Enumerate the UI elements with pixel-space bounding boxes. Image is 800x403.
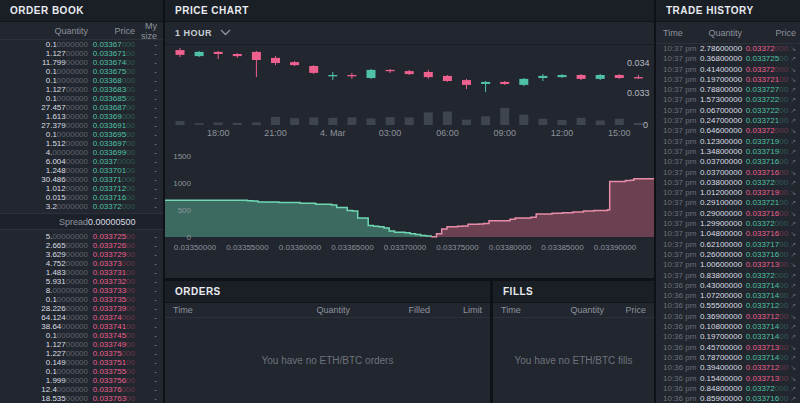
svg-text:0.03350000: 0.03350000	[174, 243, 217, 252]
column-price: Price	[88, 26, 135, 36]
trade-history-row: 10:37 pm1.573000000.03372200↗	[656, 95, 800, 105]
trade-price: 0.03372100↗	[742, 116, 800, 126]
order-book-row[interactable]: 0.149000000.03375100-	[0, 358, 163, 367]
order-book-row[interactable]: 5.931000000.03373200-	[0, 277, 163, 286]
order-book-row[interactable]: 0.100000000.03369500-	[0, 130, 163, 139]
order-price: 0.03373500	[88, 295, 135, 304]
trade-price: 0.03371300↘	[742, 374, 800, 384]
order-price: 0.03374900	[88, 340, 135, 349]
order-price: 0.03370100	[88, 166, 135, 175]
order-book-row[interactable]: 1.613000000.03369000-	[0, 112, 163, 121]
order-book-row[interactable]: 5.000000000.03372500-	[0, 232, 163, 241]
order-book-row[interactable]: 6.004000000.03370000-	[0, 157, 163, 166]
trade-price: 0.03372000↗	[742, 384, 800, 394]
order-book-row[interactable]: 4.000000000.03369900-	[0, 148, 163, 157]
timeframe-dropdown[interactable]: 1 HOUR	[165, 22, 654, 45]
order-price: 0.03373300	[88, 286, 135, 295]
order-book-row[interactable]: 2.665000000.03372600-	[0, 241, 163, 250]
trade-history-row: 10:37 pm0.247000000.03372100↗	[656, 116, 800, 126]
order-book-row[interactable]: 0.015000000.03371600-	[0, 193, 163, 202]
trade-price: 0.03371700↗	[742, 240, 800, 250]
order-quantity: 5.93100000	[0, 277, 88, 286]
order-quantity: 0.10000000	[0, 94, 88, 103]
order-book-row[interactable]: 0.100000000.03368500-	[0, 94, 163, 103]
order-book-row[interactable]: 3.200000000.03372000-	[0, 202, 163, 211]
trade-time: 10:37 pm	[656, 65, 700, 75]
order-book-row[interactable]: 0.100000000.03367000-	[0, 40, 163, 49]
order-price: 0.03374500	[88, 331, 135, 340]
trade-time: 10:36 pm	[656, 301, 700, 311]
order-book-row[interactable]: 38.640000000.03374100-	[0, 322, 163, 331]
order-book-row[interactable]: 28.226000000.03373900-	[0, 304, 163, 313]
order-book-row[interactable]: 1.127000000.03374900-	[0, 340, 163, 349]
trade-price: 0.03372100↘	[742, 75, 800, 85]
order-book-row[interactable]: 1.248000000.03370100-	[0, 166, 163, 175]
order-my-size: -	[135, 184, 163, 193]
order-book-row[interactable]: 0.100000000.03373500-	[0, 295, 163, 304]
order-book-row[interactable]: 3.629000000.03372900-	[0, 250, 163, 259]
trade-quantity: 0.03700000	[700, 168, 742, 178]
order-book-row[interactable]: 0.100000000.03375500-	[0, 367, 163, 376]
order-book-row[interactable]: 8.000000000.03373300-	[0, 286, 163, 295]
svg-text:0.03385000: 0.03385000	[541, 243, 584, 252]
order-book-row[interactable]: 30.486000000.03371000-	[0, 175, 163, 184]
order-quantity: 0.10000000	[0, 367, 88, 376]
trade-quantity: 0.03800000	[700, 178, 742, 188]
order-price: 0.03371600	[88, 193, 135, 202]
trade-price: 0.03372000↘	[742, 65, 800, 75]
trade-price: 0.03371900↘	[742, 188, 800, 198]
arrow-up-icon: ↗	[790, 302, 796, 309]
order-book-row[interactable]: 27.379000000.03369100-	[0, 121, 163, 130]
trade-history-row: 10:37 pm0.037000000.03371600↘	[656, 168, 800, 178]
trade-price: 0.03372000↗	[742, 178, 800, 188]
order-my-size: -	[135, 130, 163, 139]
order-book-row[interactable]: 1.127000000.03367100-	[0, 49, 163, 58]
order-my-size: -	[135, 385, 163, 394]
arrow-up-icon: ↗	[790, 272, 796, 279]
orders-empty-text: You have no ETH/BTC orders	[165, 318, 490, 402]
order-book-row[interactable]: 1.483000000.03373100-	[0, 268, 163, 277]
order-quantity: 1.01200000	[0, 184, 88, 193]
order-book-row[interactable]: 1.227000000.03375000-	[0, 349, 163, 358]
order-my-size: -	[135, 241, 163, 250]
order-price: 0.03373000	[88, 259, 135, 268]
arrow-up-icon: ↗	[790, 158, 796, 165]
order-book-row[interactable]: 1.012000000.03371200-	[0, 184, 163, 193]
order-my-size: -	[135, 232, 163, 241]
trade-time: 10:37 pm	[656, 85, 700, 95]
order-my-size: -	[135, 175, 163, 184]
order-price: 0.03376000	[88, 385, 135, 394]
order-book-row[interactable]: 0.100000000.03374500-	[0, 331, 163, 340]
order-my-size: -	[135, 376, 163, 385]
arrow-up-icon: ↗	[790, 96, 796, 103]
order-book-row[interactable]: 0.100000000.03368000-	[0, 76, 163, 85]
order-book-row[interactable]: 27.457000000.03368700-	[0, 103, 163, 112]
order-book-row[interactable]: 1.127000000.03368300-	[0, 85, 163, 94]
arrow-down-icon: ↘	[790, 375, 796, 382]
arrow-up-icon: ↗	[790, 395, 796, 402]
order-book-row[interactable]: 64.124000000.03374000-	[0, 313, 163, 322]
order-book-row[interactable]: 11.799000000.03367400-	[0, 58, 163, 67]
order-book-row[interactable]: 12.400000000.03376000-	[0, 385, 163, 394]
order-book-row[interactable]: 1.999000000.03375600-	[0, 376, 163, 385]
order-quantity: 38.64000000	[0, 322, 88, 331]
column-quantity: Quantity	[235, 305, 350, 315]
order-price: 0.03375100	[88, 358, 135, 367]
trade-time: 10:37 pm	[656, 44, 700, 54]
order-my-size: -	[135, 331, 163, 340]
order-book-row[interactable]: 18.535000000.03376300-	[0, 394, 163, 403]
order-book-row[interactable]: 1.512000000.03369700-	[0, 139, 163, 148]
spread-label: Spread	[0, 217, 88, 227]
arrow-down-icon: ↘	[790, 66, 796, 73]
order-quantity: 1.12700000	[0, 49, 88, 58]
column-quantity: Quantity	[548, 305, 604, 315]
order-price: 0.03368000	[88, 76, 135, 85]
trade-history-row: 10:36 pm0.394000000.03371200↘	[656, 363, 800, 373]
order-my-size: -	[135, 112, 163, 121]
order-book-row[interactable]: 0.100000000.03367500-	[0, 67, 163, 76]
trade-quantity: 0.36800000	[700, 54, 742, 64]
order-book-row[interactable]: 4.752000000.03373000-	[0, 259, 163, 268]
trade-history-row: 10:36 pm0.555000000.03371200↗	[656, 301, 800, 311]
trade-price: 0.03372000↗	[742, 219, 800, 229]
arrow-up-icon: ↗	[790, 292, 796, 299]
